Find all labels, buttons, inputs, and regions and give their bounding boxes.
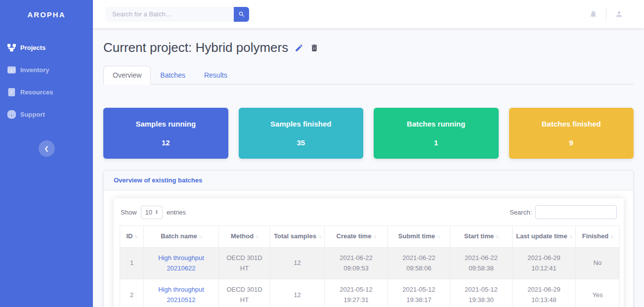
sort-icon: ↑↓	[199, 234, 202, 239]
batch-link[interactable]: High throughput 20210622	[158, 254, 204, 272]
search-icon	[238, 11, 245, 18]
table-search-input[interactable]	[535, 205, 617, 219]
table-row: 1High throughput 20210622OECD 301D HT122…	[120, 247, 620, 279]
main-content: Current project: Hybrid polymers Overvie…	[93, 40, 644, 307]
column-label: Finished	[582, 232, 608, 240]
sidebar-item-label: Inventory	[20, 66, 49, 74]
cell-total-samples: 12	[270, 247, 325, 279]
trash-icon	[310, 44, 319, 52]
panel-body: Show 10 ▲▼ entries Search:	[104, 190, 633, 307]
batch-search-input[interactable]	[105, 7, 234, 22]
sidebar-item-label: Projects	[20, 44, 45, 51]
show-label: Show	[121, 209, 137, 216]
tab-overview[interactable]: Overview	[103, 66, 151, 85]
column-label: ID	[127, 232, 133, 240]
edit-project-button[interactable]	[295, 44, 303, 52]
column-header-finished[interactable]: Finished↑↓	[576, 226, 620, 248]
column-label: Last update time	[516, 232, 567, 240]
column-header-submit-time[interactable]: Submit time↑↓	[388, 226, 450, 248]
table-header-row: ID↑↓Batch name↑↓Method↑↓Total samples↑↓C…	[120, 226, 620, 248]
column-header-id[interactable]: ID↑↓	[120, 226, 144, 248]
sidebar-item-inventory[interactable]: Inventory	[0, 59, 93, 81]
sort-icon: ↑↓	[495, 234, 498, 239]
cell-start-time: 2021-05-12 19:38:30	[450, 279, 513, 307]
search-button[interactable]	[234, 7, 249, 22]
stat-card-label: Batches finished	[542, 120, 601, 128]
column-label: Method	[231, 232, 254, 240]
batches-table: ID↑↓Batch name↑↓Method↑↓Total samples↑↓C…	[120, 225, 620, 307]
user-menu-button[interactable]	[606, 10, 632, 18]
sidebar-item-support[interactable]: Support	[0, 103, 93, 126]
cell-start-time: 2021-06-22 09:58:38	[450, 247, 513, 279]
stat-card-value: 12	[162, 138, 170, 147]
column-label: Batch name	[161, 232, 197, 240]
user-icon	[615, 10, 623, 18]
projects-icon	[7, 44, 16, 52]
select-stepper-icon: ▲▼	[155, 210, 158, 215]
sidebar-item-label: Support	[20, 111, 45, 118]
cell-total-samples: 12	[270, 279, 325, 307]
column-header-method[interactable]: Method↑↓	[219, 226, 270, 248]
sort-icon: ↑↓	[436, 234, 439, 239]
stat-cards: Samples running12Samples finished35Batch…	[103, 108, 634, 159]
column-header-create-time[interactable]: Create time↑↓	[325, 226, 388, 248]
stat-card-batches-finished: Batches finished9	[509, 108, 634, 159]
tab-results[interactable]: Results	[195, 66, 237, 85]
stat-card-value: 9	[569, 138, 573, 147]
cell-id: 2	[120, 279, 144, 307]
batches-table-card: Show 10 ▲▼ entries Search:	[114, 198, 624, 307]
support-icon	[7, 110, 16, 119]
sort-icon: ↑↓	[610, 234, 613, 239]
column-header-last-update-time[interactable]: Last update time↑↓	[513, 226, 576, 248]
sidebar-nav: ProjectsInventoryResourcesSupport	[0, 37, 93, 126]
batch-link[interactable]: High throughput 20210512	[158, 286, 204, 304]
stat-card-value: 1	[434, 138, 438, 147]
cell-submit-time: 2021-05-12 19:38:17	[388, 279, 450, 307]
resources-icon	[7, 88, 16, 96]
table-controls: Show 10 ▲▼ entries Search:	[120, 205, 618, 219]
sidebar: AROPHA ProjectsInventoryResourcesSupport…	[0, 0, 93, 307]
column-header-batch-name[interactable]: Batch name↑↓	[144, 226, 219, 248]
pencil-icon	[295, 44, 303, 52]
cell-create-time: 2021-06-22 09:09:53	[325, 247, 388, 279]
stat-card-samples-finished: Samples finished35	[239, 108, 364, 159]
tab-batches[interactable]: Batches	[151, 66, 195, 85]
panel-title: Overview of existing batches	[104, 171, 633, 190]
sort-icon: ↑↓	[255, 234, 258, 239]
project-tabs: OverviewBatchesResults	[103, 66, 634, 85]
cell-batch-name: High throughput 20210622	[144, 247, 219, 279]
batches-panel: Overview of existing batches Show 10 ▲▼ …	[103, 170, 634, 307]
stat-card-samples-running: Samples running12	[103, 108, 228, 159]
table-search-label: Search:	[510, 209, 532, 216]
page-length-select[interactable]: 10 ▲▼	[141, 206, 163, 219]
cell-finished: No	[576, 247, 620, 279]
sidebar-item-label: Resources	[20, 88, 53, 96]
column-header-start-time[interactable]: Start time↑↓	[450, 226, 513, 248]
column-header-total-samples[interactable]: Total samples↑↓	[270, 226, 325, 248]
cell-create-time: 2021-05-12 19:27:31	[325, 279, 388, 307]
sort-icon: ↑↓	[373, 234, 376, 239]
batch-search-form	[105, 7, 249, 22]
sidebar-item-projects[interactable]: Projects	[0, 37, 93, 59]
delete-project-button[interactable]	[310, 44, 319, 52]
topbar	[93, 0, 644, 28]
page-length-value: 10	[145, 209, 152, 216]
column-label: Create time	[337, 232, 372, 240]
column-label: Total samples	[274, 232, 316, 240]
stat-card-label: Batches running	[407, 120, 465, 128]
topbar-actions	[581, 8, 632, 20]
notifications-button[interactable]	[581, 10, 606, 18]
table-row: 2High throughput 20210512OECD 301D HT122…	[120, 279, 620, 307]
bell-icon	[589, 10, 598, 18]
chevron-left-icon: ❮	[44, 145, 48, 152]
page-title: Current project: Hybrid polymers	[103, 40, 288, 55]
table-search-control: Search:	[510, 205, 617, 219]
entries-label: entries	[167, 209, 186, 216]
sidebar-item-resources[interactable]: Resources	[0, 81, 93, 103]
stat-card-label: Samples running	[135, 120, 196, 128]
cell-id: 1	[120, 247, 144, 279]
sidebar-collapse-button[interactable]: ❮	[39, 140, 55, 157]
cell-submit-time: 2021-06-22 09:58:06	[388, 247, 450, 279]
brand-logo: AROPHA	[0, 0, 93, 28]
stat-card-label: Samples finished	[270, 120, 331, 128]
